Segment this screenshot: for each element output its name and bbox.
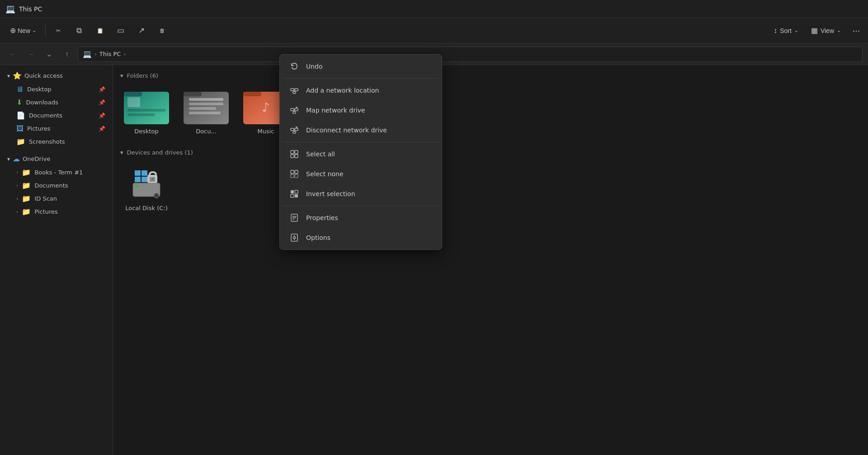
breadcrumb-thispc: This PC xyxy=(99,51,121,57)
sidebar-item-screenshots[interactable]: 📁 Screenshots xyxy=(2,135,111,148)
svg-rect-39 xyxy=(295,108,298,111)
new-button[interactable]: ⊕ New ⌄ xyxy=(4,21,42,41)
svg-rect-46 xyxy=(295,128,298,131)
desktop-folder-icon: 🖥 xyxy=(16,85,24,94)
svg-rect-1 xyxy=(124,92,142,96)
new-label: New xyxy=(18,27,30,34)
svg-rect-29 xyxy=(142,177,147,182)
sidebar-item-downloads[interactable]: ⬇ Downloads 📌 xyxy=(2,96,111,109)
onedrive-pics-folder-icon: 📁 xyxy=(22,207,31,216)
back-button[interactable]: ← xyxy=(5,47,20,61)
sort-label: Sort xyxy=(780,27,792,34)
quick-access-header[interactable]: ▾ ⭐ Quick access xyxy=(2,69,111,83)
menu-divider-2 xyxy=(283,142,438,142)
undo-label: Undo xyxy=(306,63,323,70)
sidebar-item-desktop[interactable]: 🖥 Desktop 📌 xyxy=(2,83,111,96)
view-button[interactable]: ▦ View ⌄ xyxy=(806,23,846,38)
folders-section-header[interactable]: ▾ Folders (6) xyxy=(120,72,861,79)
menu-divider-1 xyxy=(283,78,438,79)
share-button[interactable]: ↗ xyxy=(132,21,151,41)
menu-item-disconnect-network[interactable]: Disconnect network drive xyxy=(282,120,440,140)
up-button[interactable]: ↑ xyxy=(60,47,74,61)
documents-folder-thumb xyxy=(184,88,229,124)
menu-item-add-network[interactable]: Add a network location xyxy=(282,80,440,100)
breadcrumb-sep-2: › xyxy=(123,51,126,57)
desktop-folder-thumb xyxy=(124,88,169,124)
sidebar-item-onedrive-documents[interactable]: › 📁 Documents xyxy=(2,179,111,192)
sort-button[interactable]: ↕ Sort ⌄ xyxy=(768,24,804,38)
sidebar-item-pictures[interactable]: 🖼 Pictures 📌 xyxy=(2,122,111,135)
menu-item-options[interactable]: Options xyxy=(282,228,440,248)
svg-rect-58 xyxy=(291,174,294,178)
properties-label: Properties xyxy=(306,214,338,221)
sort-icon: ↕ xyxy=(774,27,777,35)
svg-point-24 xyxy=(155,194,158,197)
paste-icon: 📋 xyxy=(97,28,104,34)
sidebar-item-idscan[interactable]: › 📁 ID Scan xyxy=(2,192,111,205)
view-chevron-icon: ⌄ xyxy=(837,28,841,33)
rename-icon: ▭ xyxy=(117,26,124,35)
expand-recent-button[interactable]: ⌄ xyxy=(42,47,56,61)
svg-point-69 xyxy=(293,237,296,239)
books-label: Books - Term #1 xyxy=(34,169,83,176)
svg-rect-3 xyxy=(127,109,165,112)
forward-button[interactable]: → xyxy=(24,47,38,61)
svg-text:♪: ♪ xyxy=(262,100,270,115)
svg-point-32 xyxy=(152,178,154,180)
svg-rect-10 xyxy=(189,112,221,114)
options-label: Options xyxy=(306,234,330,241)
cut-icon: ✂ xyxy=(56,28,61,34)
paste-button[interactable]: 📋 xyxy=(90,21,110,41)
toolbar: ⊕ New ⌄ ✂ ⧉ 📋 ▭ ↗ 🗑 ↕ Sort ⌄ ▦ View ⌄ ··… xyxy=(0,18,868,43)
onedrive-label: OneDrive xyxy=(23,155,50,162)
forward-icon: → xyxy=(27,50,34,58)
svg-rect-56 xyxy=(291,170,294,174)
onedrive-pics-expand-icon: › xyxy=(16,209,18,215)
menu-item-properties[interactable]: Properties xyxy=(282,208,440,228)
devices-section-header[interactable]: ▾ Devices and drives (1) xyxy=(120,149,861,156)
svg-rect-25 xyxy=(135,185,138,188)
svg-rect-26 xyxy=(135,170,141,176)
rename-button[interactable]: ▭ xyxy=(111,21,131,41)
folder-documents[interactable]: Docu... xyxy=(180,84,232,138)
idscan-expand-icon: › xyxy=(16,196,18,202)
svg-rect-28 xyxy=(135,177,141,182)
onedrive-header[interactable]: ▾ ☁ OneDrive xyxy=(2,152,111,166)
copy-button[interactable]: ⧉ xyxy=(69,21,89,41)
breadcrumb[interactable]: 💻 › This PC › xyxy=(78,47,863,62)
quick-access-chevron-icon: ▾ xyxy=(7,73,10,79)
desktop-label: Desktop xyxy=(27,86,52,93)
sidebar-item-onedrive-pictures[interactable]: › 📁 Pictures xyxy=(2,205,111,218)
network-map-icon xyxy=(289,105,300,116)
select-none-icon xyxy=(289,169,300,179)
onedrive-docs-label: Documents xyxy=(34,182,68,189)
folders-chevron-icon: ▾ xyxy=(120,72,123,79)
menu-item-select-none[interactable]: Select none xyxy=(282,164,440,184)
svg-rect-27 xyxy=(142,170,147,176)
devices-grid: Local Disk (C:) xyxy=(120,161,861,215)
folder-desktop[interactable]: Desktop xyxy=(120,84,173,138)
svg-rect-55 xyxy=(295,155,298,158)
undo-icon xyxy=(289,61,300,72)
svg-rect-6 xyxy=(184,92,202,96)
books-expand-icon: › xyxy=(16,169,18,175)
delete-button[interactable]: 🗑 xyxy=(152,21,172,41)
pin-icon: 📌 xyxy=(99,86,105,93)
menu-item-map-network[interactable]: Map network drive xyxy=(282,100,440,120)
properties-icon xyxy=(289,212,300,223)
menu-item-invert-selection[interactable]: Invert selection xyxy=(282,184,440,204)
onedrive-cloud-icon: ☁ xyxy=(13,155,20,163)
svg-rect-45 xyxy=(291,128,294,131)
menu-item-undo[interactable]: Undo xyxy=(282,56,440,76)
cut-button[interactable]: ✂ xyxy=(48,21,68,41)
more-button[interactable]: ··· xyxy=(848,23,864,39)
sort-chevron-icon: ⌄ xyxy=(794,28,798,33)
context-menu: Undo Add a network location xyxy=(279,54,442,250)
sidebar-item-books[interactable]: › 📁 Books - Term #1 xyxy=(2,166,111,179)
device-local-disk[interactable]: Local Disk (C:) xyxy=(120,161,173,215)
svg-rect-34 xyxy=(295,89,298,91)
idscan-folder-icon: 📁 xyxy=(22,194,31,203)
menu-item-select-all[interactable]: Select all xyxy=(282,144,440,164)
sidebar-item-documents[interactable]: 📄 Documents 📌 xyxy=(2,109,111,122)
svg-rect-8 xyxy=(189,103,223,105)
